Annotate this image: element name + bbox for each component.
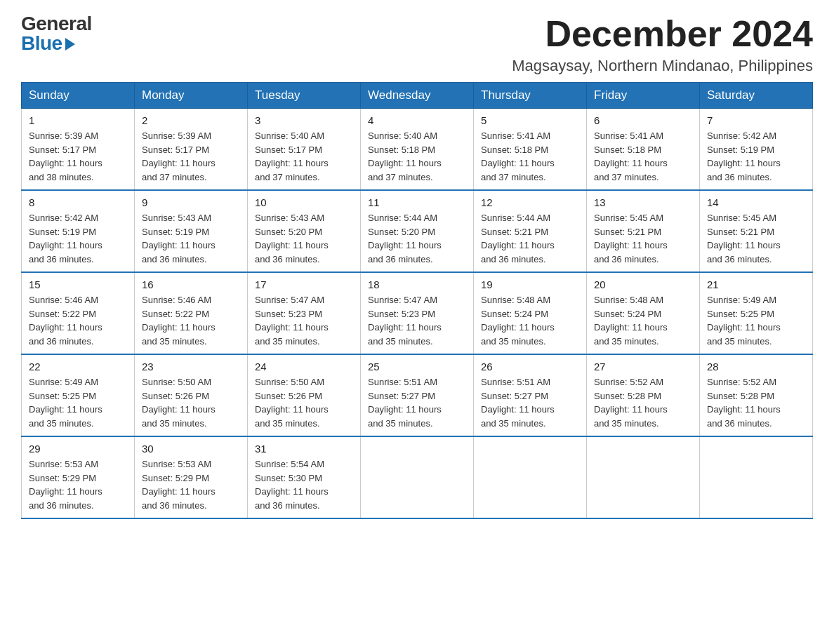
logo-blue-text: Blue (21, 34, 75, 53)
calendar-cell (474, 436, 587, 518)
day-number: 24 (255, 361, 353, 373)
day-number: 12 (481, 196, 579, 208)
week-row-5: 29 Sunrise: 5:53 AM Sunset: 5:29 PM Dayl… (22, 436, 813, 518)
title-block: December 2024 Magsaysay, Northern Mindan… (512, 14, 813, 75)
day-info: Sunrise: 5:53 AM Sunset: 5:29 PM Dayligh… (142, 457, 240, 512)
day-number: 16 (142, 279, 240, 290)
day-info: Sunrise: 5:48 AM Sunset: 5:24 PM Dayligh… (594, 293, 692, 348)
day-info: Sunrise: 5:51 AM Sunset: 5:27 PM Dayligh… (368, 375, 466, 430)
day-number: 21 (707, 279, 805, 290)
col-thursday: Thursday (474, 83, 587, 109)
page-header: General Blue December 2024 Magsaysay, No… (21, 14, 813, 75)
day-number: 26 (481, 361, 579, 373)
calendar-cell: 19 Sunrise: 5:48 AM Sunset: 5:24 PM Dayl… (474, 272, 587, 354)
day-info: Sunrise: 5:50 AM Sunset: 5:26 PM Dayligh… (255, 375, 353, 430)
day-number: 1 (29, 114, 127, 126)
calendar-cell: 11 Sunrise: 5:44 AM Sunset: 5:20 PM Dayl… (361, 190, 474, 272)
day-info: Sunrise: 5:46 AM Sunset: 5:22 PM Dayligh… (29, 293, 127, 348)
day-number: 27 (594, 361, 692, 373)
day-number: 18 (368, 279, 466, 290)
calendar-cell: 27 Sunrise: 5:52 AM Sunset: 5:28 PM Dayl… (587, 354, 700, 436)
calendar-cell: 2 Sunrise: 5:39 AM Sunset: 5:17 PM Dayli… (135, 109, 248, 191)
week-row-1: 1 Sunrise: 5:39 AM Sunset: 5:17 PM Dayli… (22, 109, 813, 191)
day-number: 3 (255, 114, 353, 126)
day-info: Sunrise: 5:50 AM Sunset: 5:26 PM Dayligh… (142, 375, 240, 430)
day-number: 8 (29, 196, 127, 208)
calendar-cell: 9 Sunrise: 5:43 AM Sunset: 5:19 PM Dayli… (135, 190, 248, 272)
day-number: 10 (255, 196, 353, 208)
week-row-3: 15 Sunrise: 5:46 AM Sunset: 5:22 PM Dayl… (22, 272, 813, 354)
col-wednesday: Wednesday (361, 83, 474, 109)
calendar-cell: 23 Sunrise: 5:50 AM Sunset: 5:26 PM Dayl… (135, 354, 248, 436)
logo-triangle-icon (65, 38, 75, 51)
calendar-cell: 26 Sunrise: 5:51 AM Sunset: 5:27 PM Dayl… (474, 354, 587, 436)
calendar-cell: 18 Sunrise: 5:47 AM Sunset: 5:23 PM Dayl… (361, 272, 474, 354)
header-row: Sunday Monday Tuesday Wednesday Thursday… (22, 83, 813, 109)
calendar-cell: 28 Sunrise: 5:52 AM Sunset: 5:28 PM Dayl… (700, 354, 813, 436)
calendar-cell: 17 Sunrise: 5:47 AM Sunset: 5:23 PM Dayl… (248, 272, 361, 354)
day-number: 29 (29, 443, 127, 455)
logo-general-text: General (21, 14, 92, 34)
day-info: Sunrise: 5:47 AM Sunset: 5:23 PM Dayligh… (368, 293, 466, 348)
calendar-cell (361, 436, 474, 518)
day-info: Sunrise: 5:42 AM Sunset: 5:19 PM Dayligh… (29, 211, 127, 266)
day-number: 5 (481, 114, 579, 126)
calendar-header: Sunday Monday Tuesday Wednesday Thursday… (22, 83, 813, 109)
day-number: 19 (481, 279, 579, 290)
calendar-cell: 31 Sunrise: 5:54 AM Sunset: 5:30 PM Dayl… (248, 436, 361, 518)
calendar-cell: 8 Sunrise: 5:42 AM Sunset: 5:19 PM Dayli… (22, 190, 135, 272)
logo: General Blue (21, 14, 92, 53)
day-info: Sunrise: 5:39 AM Sunset: 5:17 PM Dayligh… (142, 129, 240, 184)
day-info: Sunrise: 5:48 AM Sunset: 5:24 PM Dayligh… (481, 293, 579, 348)
day-number: 20 (594, 279, 692, 290)
day-info: Sunrise: 5:46 AM Sunset: 5:22 PM Dayligh… (142, 293, 240, 348)
calendar-cell (587, 436, 700, 518)
calendar-body: 1 Sunrise: 5:39 AM Sunset: 5:17 PM Dayli… (22, 109, 813, 519)
day-info: Sunrise: 5:45 AM Sunset: 5:21 PM Dayligh… (707, 211, 805, 266)
calendar-cell: 5 Sunrise: 5:41 AM Sunset: 5:18 PM Dayli… (474, 109, 587, 191)
calendar-cell: 29 Sunrise: 5:53 AM Sunset: 5:29 PM Dayl… (22, 436, 135, 518)
day-info: Sunrise: 5:43 AM Sunset: 5:20 PM Dayligh… (255, 211, 353, 266)
day-info: Sunrise: 5:47 AM Sunset: 5:23 PM Dayligh… (255, 293, 353, 348)
day-number: 4 (368, 114, 466, 126)
day-info: Sunrise: 5:43 AM Sunset: 5:19 PM Dayligh… (142, 211, 240, 266)
day-info: Sunrise: 5:49 AM Sunset: 5:25 PM Dayligh… (707, 293, 805, 348)
day-info: Sunrise: 5:44 AM Sunset: 5:21 PM Dayligh… (481, 211, 579, 266)
calendar-cell: 12 Sunrise: 5:44 AM Sunset: 5:21 PM Dayl… (474, 190, 587, 272)
calendar-cell: 15 Sunrise: 5:46 AM Sunset: 5:22 PM Dayl… (22, 272, 135, 354)
calendar-cell: 25 Sunrise: 5:51 AM Sunset: 5:27 PM Dayl… (361, 354, 474, 436)
day-number: 14 (707, 196, 805, 208)
col-saturday: Saturday (700, 83, 813, 109)
day-number: 30 (142, 443, 240, 455)
day-number: 15 (29, 279, 127, 290)
calendar-cell: 3 Sunrise: 5:40 AM Sunset: 5:17 PM Dayli… (248, 109, 361, 191)
day-info: Sunrise: 5:45 AM Sunset: 5:21 PM Dayligh… (594, 211, 692, 266)
calendar-cell: 20 Sunrise: 5:48 AM Sunset: 5:24 PM Dayl… (587, 272, 700, 354)
col-friday: Friday (587, 83, 700, 109)
calendar-cell: 1 Sunrise: 5:39 AM Sunset: 5:17 PM Dayli… (22, 109, 135, 191)
day-number: 17 (255, 279, 353, 290)
calendar-cell: 30 Sunrise: 5:53 AM Sunset: 5:29 PM Dayl… (135, 436, 248, 518)
calendar-cell: 14 Sunrise: 5:45 AM Sunset: 5:21 PM Dayl… (700, 190, 813, 272)
day-number: 23 (142, 361, 240, 373)
day-info: Sunrise: 5:52 AM Sunset: 5:28 PM Dayligh… (594, 375, 692, 430)
day-number: 28 (707, 361, 805, 373)
day-number: 22 (29, 361, 127, 373)
day-info: Sunrise: 5:54 AM Sunset: 5:30 PM Dayligh… (255, 457, 353, 512)
day-info: Sunrise: 5:52 AM Sunset: 5:28 PM Dayligh… (707, 375, 805, 430)
day-info: Sunrise: 5:41 AM Sunset: 5:18 PM Dayligh… (481, 129, 579, 184)
month-title: December 2024 (512, 14, 813, 54)
day-info: Sunrise: 5:44 AM Sunset: 5:20 PM Dayligh… (368, 211, 466, 266)
day-number: 13 (594, 196, 692, 208)
calendar-cell: 24 Sunrise: 5:50 AM Sunset: 5:26 PM Dayl… (248, 354, 361, 436)
calendar-cell: 4 Sunrise: 5:40 AM Sunset: 5:18 PM Dayli… (361, 109, 474, 191)
day-number: 25 (368, 361, 466, 373)
calendar-cell: 7 Sunrise: 5:42 AM Sunset: 5:19 PM Dayli… (700, 109, 813, 191)
calendar-cell: 10 Sunrise: 5:43 AM Sunset: 5:20 PM Dayl… (248, 190, 361, 272)
col-sunday: Sunday (22, 83, 135, 109)
day-info: Sunrise: 5:49 AM Sunset: 5:25 PM Dayligh… (29, 375, 127, 430)
day-number: 9 (142, 196, 240, 208)
day-number: 6 (594, 114, 692, 126)
week-row-2: 8 Sunrise: 5:42 AM Sunset: 5:19 PM Dayli… (22, 190, 813, 272)
day-info: Sunrise: 5:41 AM Sunset: 5:18 PM Dayligh… (594, 129, 692, 184)
